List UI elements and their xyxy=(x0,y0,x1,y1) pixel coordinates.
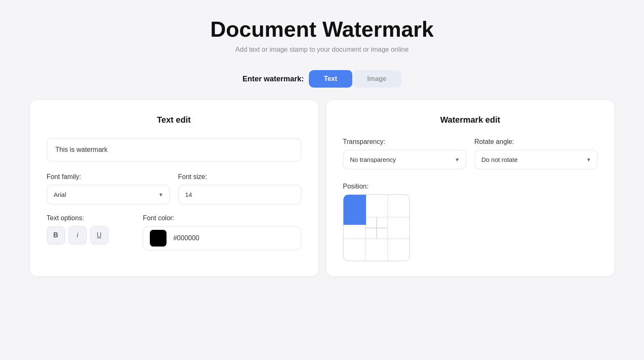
transparency-group: Transparency: No transparency 10% 20% 30… xyxy=(343,138,466,169)
font-family-select-wrapper: Arial Times New Roman Courier New Helvet… xyxy=(47,185,170,204)
font-family-size-row: Font family: Arial Times New Roman Couri… xyxy=(47,173,301,204)
transparency-select-wrapper: No transparency 10% 20% 30% 40% 50% 60% … xyxy=(343,150,466,169)
font-family-label: Font family: xyxy=(47,173,170,181)
watermark-edit-panel: Watermark edit Transparency: No transpar… xyxy=(326,100,614,276)
text-options-group: Text options: B i U xyxy=(47,214,135,250)
font-color-group: Font color: #000000 xyxy=(143,214,301,250)
underline-button[interactable]: U xyxy=(90,226,109,244)
color-swatch[interactable] xyxy=(150,230,167,247)
position-group: Position: xyxy=(343,183,598,261)
color-hex-value: #000000 xyxy=(173,234,199,242)
page-subtitle: Add text or image stamp to your document… xyxy=(8,46,636,53)
style-button-group: B i U xyxy=(47,226,135,244)
position-active-indicator xyxy=(343,195,366,225)
image-type-button[interactable]: Image xyxy=(352,70,402,88)
watermark-type-row: Enter watermark: Text Image xyxy=(8,70,636,88)
transparency-select[interactable]: No transparency 10% 20% 30% 40% 50% 60% … xyxy=(343,150,466,169)
page-header: Document Watermark Add text or image sta… xyxy=(8,17,636,53)
transparency-rotate-row: Transparency: No transparency 10% 20% 30… xyxy=(343,138,598,169)
font-size-label: Font size: xyxy=(178,173,301,181)
center-cross-v xyxy=(376,217,377,239)
watermark-type-label: Enter watermark: xyxy=(242,75,304,83)
rotate-angle-label: Rotate angle: xyxy=(475,138,598,146)
rotate-angle-group: Rotate angle: Do not rotate 45° 90° 135°… xyxy=(475,138,598,169)
main-panels: Text edit Font family: Arial Times New R… xyxy=(30,100,614,276)
font-color-label: Font color: xyxy=(143,214,301,222)
text-edit-panel: Text edit Font family: Arial Times New R… xyxy=(30,100,318,276)
font-size-input[interactable] xyxy=(178,185,301,204)
text-type-button[interactable]: Text xyxy=(309,70,352,88)
position-label: Position: xyxy=(343,183,598,190)
text-options-row: Text options: B i U Font color: #000000 xyxy=(47,214,301,250)
bold-button[interactable]: B xyxy=(47,226,65,244)
text-options-label: Text options: xyxy=(47,214,135,222)
page-title: Document Watermark xyxy=(8,17,636,42)
color-picker-row: #000000 xyxy=(143,226,301,250)
watermark-edit-title: Watermark edit xyxy=(343,115,598,125)
font-size-group: Font size: xyxy=(178,173,301,204)
watermark-text-input[interactable] xyxy=(47,138,301,161)
rotate-angle-select-wrapper: Do not rotate 45° 90° 135° 180° 225° 270… xyxy=(475,150,598,169)
italic-button[interactable]: i xyxy=(68,226,87,244)
rotate-angle-select[interactable]: Do not rotate 45° 90° 135° 180° 225° 270… xyxy=(475,150,597,169)
font-family-select[interactable]: Arial Times New Roman Courier New Helvet… xyxy=(47,185,169,204)
watermark-type-toggle: Text Image xyxy=(309,70,402,88)
position-grid[interactable] xyxy=(343,194,410,261)
font-family-group: Font family: Arial Times New Roman Couri… xyxy=(47,173,170,204)
text-edit-title: Text edit xyxy=(47,115,301,125)
watermark-edit-fields: Transparency: No transparency 10% 20% 30… xyxy=(343,138,598,261)
transparency-label: Transparency: xyxy=(343,138,466,146)
